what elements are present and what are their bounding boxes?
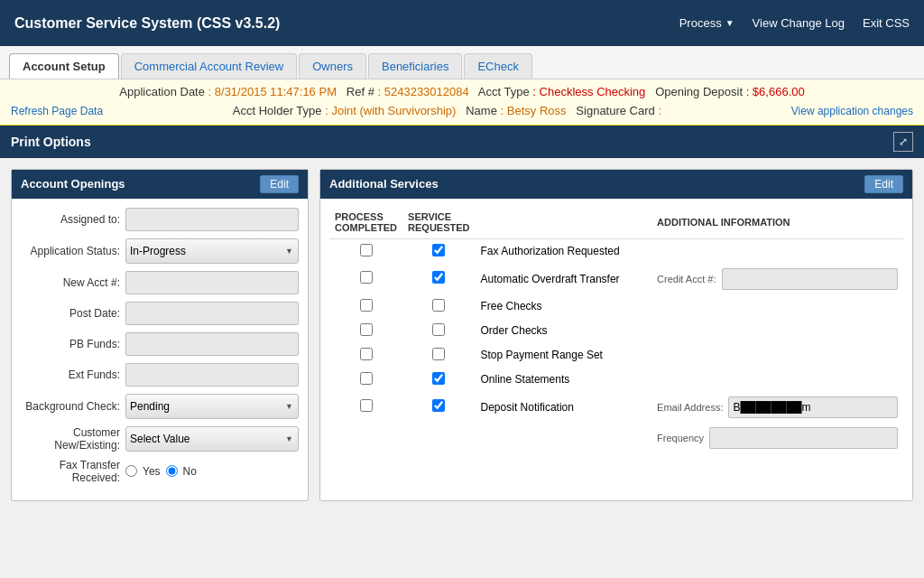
pb-funds-label: PB Funds: [21,338,120,350]
service-name-fax-auth: Fax Authorization Requested [476,238,652,264]
service-row-order-checks: Order Checks [329,319,903,343]
post-date-label: Post Date: [21,307,120,320]
fax-radio-group: Yes No [125,465,197,478]
expand-print-button[interactable]: ⤢ [893,132,913,152]
frequency-input[interactable] [709,427,898,449]
view-change-log-link[interactable]: View Change Log [753,16,845,30]
assigned-to-row: Assigned to: [21,208,299,231]
addl-input-auto-overdraft[interactable] [722,268,899,290]
service-name-online-statements: Online Statements [476,368,652,392]
fax-no-radio[interactable] [166,465,178,477]
addl-label-auto-overdraft: Credit Acct #: [657,274,716,284]
customer-select-wrapper: Select Value New Existing [125,426,299,452]
process-checkbox-online-statements[interactable] [360,372,373,385]
service-checkbox-auto-overdraft[interactable] [432,271,445,284]
service-checkbox-order-checks[interactable] [432,323,445,336]
pb-funds-input[interactable] [125,332,299,356]
new-acct-input[interactable] [125,271,299,294]
service-addl-fax-auth [651,238,903,264]
service-row-free-checks: Free Checks [329,294,903,319]
process-checkbox-free-checks[interactable] [360,299,373,312]
app-date-label: Application Date [119,85,205,98]
info-bar: Application Date : 8/31/2015 11:47:16 PM… [0,79,924,126]
service-row-deposit-frequency: Frequency [329,423,903,453]
service-addl-order-checks [651,319,903,343]
service-checkbox-fax-auth[interactable] [432,244,445,256]
service-checkbox-stop-payment[interactable] [432,348,445,360]
post-date-input[interactable] [125,302,299,325]
print-options-bar: Print Options ⤢ [0,126,924,158]
tab-account-setup[interactable]: Account Setup [9,53,119,79]
tabs-bar: Account Setup Commercial Account Review … [0,46,924,79]
customer-row: Customer New/Existing: Select Value New … [21,426,299,452]
process-checkbox-auto-overdraft[interactable] [360,271,373,284]
holder-type-label: Acct Holder Type [233,104,322,117]
additional-services-header: Additional Services Edit [320,170,912,199]
bg-check-select[interactable]: Pending Approved Denied [125,394,299,419]
service-checkbox-free-checks[interactable] [432,299,445,312]
additional-services-edit-button[interactable]: Edit [864,175,903,193]
app-header: Customer Service System (CSS v3.5.2) Pro… [0,0,924,46]
service-row-stop-payment: Stop Payment Range Set [329,343,903,368]
service-name-stop-payment: Stop Payment Range Set [476,343,652,368]
process-checkbox-order-checks[interactable] [360,323,373,336]
signature-label: Signature Card [576,104,654,117]
signature-value: : [658,104,661,117]
services-table: PROCESS COMPLETED SERVICE REQUESTED ADDI… [329,208,903,453]
tab-beneficiaries[interactable]: Beneficiaries [368,53,462,79]
tab-commercial-review[interactable]: Commercial Account Review [121,53,297,79]
service-addl-auto-overdraft: Credit Acct #: [651,264,903,294]
refresh-page-link[interactable]: Refresh Page Data [11,103,103,120]
exit-css-link[interactable]: Exit CSS [863,16,910,30]
account-openings-edit-button[interactable]: Edit [260,175,299,193]
bg-check-label: Background Check: [21,400,120,413]
fax-yes-radio[interactable] [125,465,137,477]
name-label: Name [466,104,497,117]
service-name-free-checks: Free Checks [476,294,652,319]
process-checkbox-deposit-notification[interactable] [360,399,373,412]
app-status-row: Application Status: In-Progress Complete… [21,238,299,264]
header-nav: Process View Change Log Exit CSS [679,16,910,30]
tab-echeck[interactable]: ECheck [464,53,532,79]
addl-label-deposit-notification: Email Address: [657,402,723,413]
app-status-select[interactable]: In-Progress Completed Pending [125,238,299,264]
assigned-to-input[interactable] [125,208,299,231]
additional-services-panel: Additional Services Edit PROCESS COMPLET… [319,169,913,501]
app-status-label: Application Status: [21,245,120,257]
col-header-process: PROCESS COMPLETED [329,208,402,239]
acct-type-value: : Checkless Checking [532,85,645,98]
account-openings-header: Account Openings Edit [12,170,308,199]
service-checkbox-online-statements[interactable] [432,372,445,385]
process-checkbox-stop-payment[interactable] [360,348,373,360]
fax-transfer-label: Fax Transfer Received: [21,459,120,484]
ref-label: Ref # [346,85,374,98]
service-row-deposit-notification: Deposit NotificationEmail Address: [329,392,903,423]
account-openings-body: Assigned to: Application Status: In-Prog… [12,199,308,500]
service-checkbox-deposit-notification[interactable] [432,399,445,412]
acct-type-label: Acct Type [478,85,530,98]
process-button[interactable]: Process [679,16,735,30]
new-acct-row: New Acct #: [21,271,299,294]
service-row-online-statements: Online Statements [329,368,903,392]
service-row-auto-overdraft: Automatic Overdraft TransferCredit Acct … [329,264,903,294]
service-addl-online-statements [651,368,903,392]
bg-check-row: Background Check: Pending Approved Denie… [21,394,299,419]
customer-label: Customer New/Existing: [21,426,120,452]
name-value: : Betsy Ross [501,104,567,117]
bg-check-select-wrapper: Pending Approved Denied [125,394,299,419]
account-openings-title: Account Openings [21,177,125,191]
tab-owners[interactable]: Owners [299,53,366,79]
service-name-deposit-notification: Deposit Notification [476,392,652,423]
service-addl-free-checks [651,294,903,319]
process-checkbox-fax-auth[interactable] [360,244,373,256]
services-table-wrap: PROCESS COMPLETED SERVICE REQUESTED ADDI… [320,199,912,462]
pb-funds-row: PB Funds: [21,332,299,356]
view-app-changes-link[interactable]: View application changes [791,103,913,120]
customer-select[interactable]: Select Value New Existing [125,426,299,452]
fax-no-label: No [183,465,197,478]
addl-input-deposit-notification[interactable] [728,396,898,418]
main-content: Account Openings Edit Assigned to: Appli… [0,158,924,512]
ext-funds-row: Ext Funds: [21,363,299,387]
ext-funds-input[interactable] [125,363,299,387]
col-header-name [476,208,652,239]
